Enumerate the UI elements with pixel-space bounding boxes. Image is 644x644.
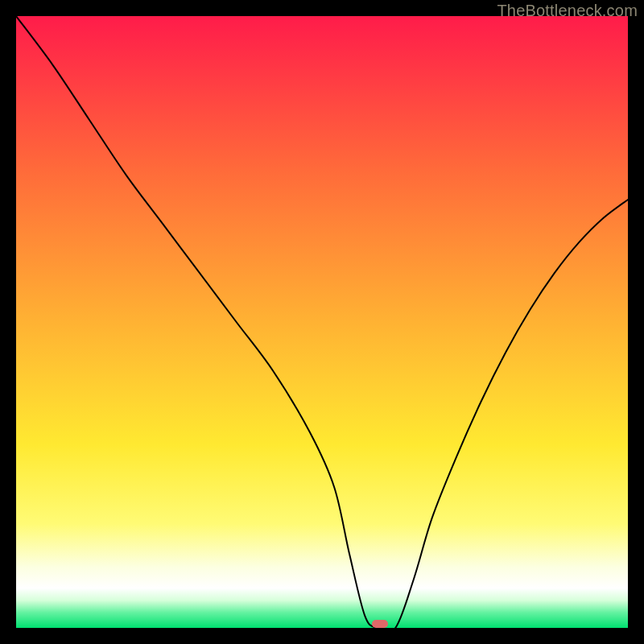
plot-area bbox=[16, 16, 628, 628]
chart-frame: TheBottleneck.com bbox=[0, 0, 644, 644]
optimal-marker bbox=[372, 620, 388, 628]
bottleneck-curve bbox=[16, 16, 628, 628]
